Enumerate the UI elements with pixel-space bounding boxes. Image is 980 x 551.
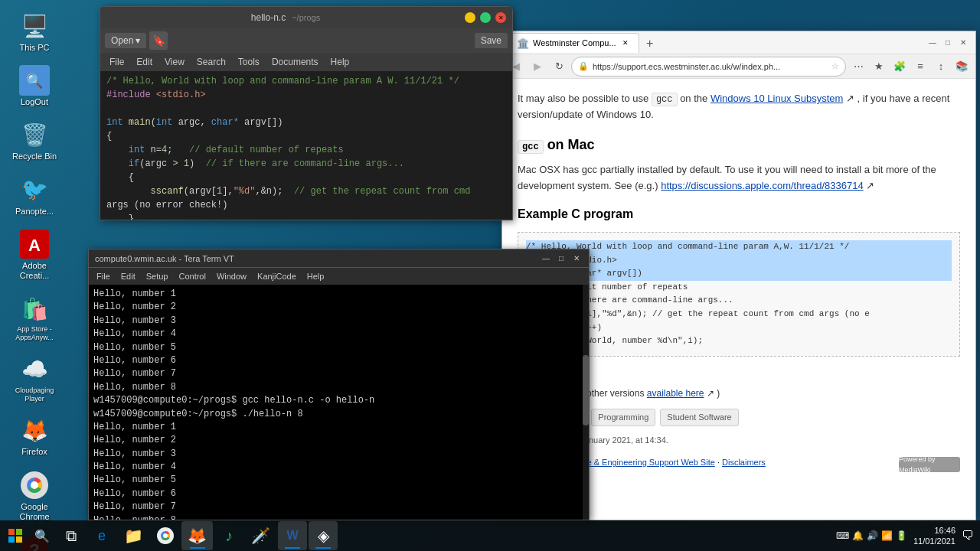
taskbar-task-view[interactable]: ⧉ [57,521,86,550]
ff-hamburger-btn[interactable]: ≡ [911,57,929,76]
code-line-4: int main(int argc, char* argv[]) [106,116,506,129]
gedit-menu-help[interactable]: Help [325,55,356,69]
gedit-close-btn[interactable]: ✕ [495,12,506,23]
ff-link-ext: ↗ [846,93,854,104]
tray-icon-4[interactable]: 📶 [881,530,893,541]
gedit-menu-search[interactable]: Search [191,55,232,69]
taskbar-apps: ⧉ e 📁 🦊 ♪ 🗡️ [54,520,830,551]
gedit-filepath: ~/progs [292,13,320,22]
gedit-menu-view[interactable]: View [158,55,191,69]
gedit-code-area[interactable]: /* Hello, World with loop and command-li… [100,71,512,220]
gedit-menu-tools[interactable]: Tools [232,55,266,69]
terminal-menubar: File Edit Setup Control Window KanjiCode… [89,268,589,285]
terminal-menu-kanjicode[interactable]: KanjiCode [253,271,301,282]
terminal-content-area[interactable]: Hello, number 1 Hello, number 2 Hello, n… [89,285,589,520]
terminal-scrollbar-thumb [583,355,589,425]
ff-gcc-code: gcc [652,93,678,106]
action-center-btn[interactable]: 🗨 [962,529,974,543]
code-block-line-8: sscanf(argv[1],"%d",&n); // get the repe… [526,308,952,321]
code-block-line-9: i=1; i<=n; i++) [526,321,952,335]
forward-button[interactable]: ▶ [528,57,547,76]
code-line-7: if(argc > 1) // if there are command-lin… [106,157,506,171]
ff-tag-programming[interactable]: Programming [591,409,655,427]
desktop-icon-appstore[interactable]: 🛍️ App Store - AppsAnyw... [4,290,65,345]
desktop-icon-panopte[interactable]: 🐦 Panopte... [4,171,65,220]
gedit-minimize-btn[interactable] [465,12,475,23]
firefox-tab-close[interactable]: ✕ [620,37,631,48]
gedit-save-button[interactable]: Save [475,33,508,48]
terminal-maximize-btn[interactable]: □ [555,253,567,265]
ff-windows-link[interactable]: Windows 10 Linux Subsystem [710,93,843,104]
panopte-label: Panopte... [15,207,54,217]
gedit-bookmark-btn[interactable]: 🔖 [149,31,168,50]
ff-available-link[interactable]: available here [647,388,704,399]
firefox-minimize-btn[interactable]: — [926,37,939,49]
ff-mac-link[interactable]: https://discussions.apple.com/thread/833… [661,180,864,191]
firefox-tabs: 🏛️ Westminster Compu... ✕ + [508,33,659,53]
desktop-icon-chrome[interactable]: Google Chrome [4,467,65,525]
firefox-navbar: ◀ ▶ ↻ 🔒 https://support.ecs.westminster.… [502,54,975,79]
gedit-menu-file[interactable]: File [103,55,130,69]
taskbar-search-btn[interactable]: 🔍 [31,520,54,551]
terminal-menu-control[interactable]: Control [174,271,210,282]
tray-icon-3[interactable]: 🔊 [867,530,878,541]
ff-menu-btn[interactable]: ⋯ [849,57,867,76]
refresh-button[interactable]: ↻ [550,57,568,76]
gedit-menu-edit[interactable]: Edit [130,55,158,69]
terminal-close-btn[interactable]: ✕ [570,253,583,265]
ff-extensions-icon[interactable]: 🧩 [890,57,909,76]
firefox-tab-label: Westminster Compu... [533,38,616,47]
firefox-tab-active[interactable]: 🏛️ Westminster Compu... ✕ [508,33,639,53]
tray-icon-5[interactable]: 🔋 [896,530,907,541]
terminal-menu-window[interactable]: Window [212,271,251,282]
taskbar: 🔍 ⧉ e 📁 🦊 ♪ [0,520,980,551]
taskbar-edge[interactable]: e [87,521,116,550]
terminal-menu-help[interactable]: Help [302,271,329,282]
taskbar-word[interactable]: W [278,521,307,550]
desktop-icon-logout[interactable]: 🔍 LogOut [4,62,65,110]
taskbar-start-button[interactable] [0,520,31,551]
url-bar[interactable]: 🔒 https://support.ecs.westminster.ac.uk/… [571,57,846,77]
tray-icon-2[interactable]: 🔔 [852,530,864,541]
panopte-icon: 🐦 [19,174,50,205]
firefox-close-btn[interactable]: ✕ [957,37,969,49]
firefox-new-tab-btn[interactable]: + [641,34,659,53]
taskbar-clock[interactable]: 16:46 11/01/2021 [913,525,956,547]
firefox-maximize-btn[interactable]: □ [942,37,954,49]
taskbar-file-explorer[interactable]: 📁 [118,521,149,550]
ff-disclaimers-link[interactable]: Disclaimers [722,458,766,467]
gedit-maximize-btn[interactable] [480,12,491,23]
gedit-open-button[interactable]: Open ▾ [105,33,146,48]
terminal-line-6: Hello, number 6 [93,354,584,367]
firefox-taskbar-icon: 🦊 [188,527,207,545]
ff-mac-title: gcc on Mac [518,134,960,156]
desktop-icon-adobe[interactable]: A Adobe Creati... [4,226,65,284]
logout-label: LogOut [21,97,48,107]
gedit-menu-documents[interactable]: Documents [266,55,325,69]
terminal-menu-edit[interactable]: Edit [116,271,140,282]
code-block-line-4: int argc, char* argv[]) [526,267,952,281]
ff-nav-extras: ⋯ ★ 🧩 ≡ ↕ 📚 [849,57,971,76]
ff-collection-icon[interactable]: 📚 [952,57,971,76]
desktop-icon-recycle[interactable]: 🗑️ Recycle Bin [4,116,65,165]
terminal-scrollbar[interactable] [583,285,589,520]
taskbar-spotify[interactable]: ♪ [214,521,243,550]
ff-sync-icon[interactable]: ↕ [932,57,950,76]
desktop-icon-firefox[interactable]: 🦊 Firefox [4,412,65,460]
recycle-bin-label: Recycle Bin [12,152,57,161]
terminal-minimize-btn[interactable]: — [540,253,552,265]
taskbar-app7[interactable]: 🗡️ [245,521,276,550]
code-line-6: int n=4; // default number of repeats [106,143,506,157]
terminal-menu-setup[interactable]: Setup [142,271,173,282]
tray-icon-1[interactable]: ⌨ [836,530,849,541]
bookmark-star-icon[interactable]: ☆ [831,61,839,71]
terminal-menu-file[interactable]: File [92,271,115,282]
terminal-line-5: Hello, number 5 [93,341,584,354]
ff-bookmark-icon[interactable]: ★ [870,57,888,76]
taskbar-chrome[interactable] [151,521,180,550]
desktop-icon-cloudpaging[interactable]: ☁️ Cloudpaging Player [4,351,65,406]
taskbar-firefox[interactable]: 🦊 [181,521,213,550]
desktop-icon-this-pc[interactable]: 🖥️ This PC [4,8,65,56]
taskbar-vscode[interactable]: ◈ [309,521,338,550]
ff-tag-student-software[interactable]: Student Software [660,409,738,427]
